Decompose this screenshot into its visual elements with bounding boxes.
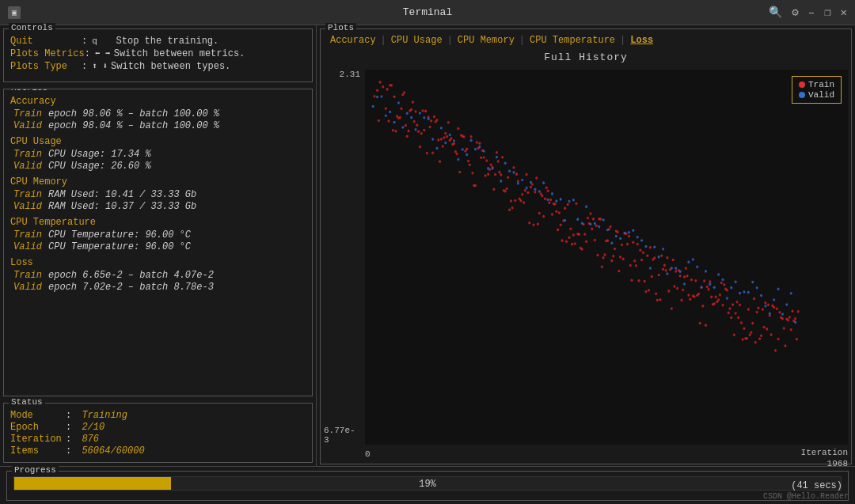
metric-cpu-usage-valid: Valid CPU Usage: 26.60 % [13, 161, 306, 172]
svg-point-376 [709, 282, 711, 286]
svg-point-342 [564, 219, 566, 222]
svg-point-54 [453, 142, 455, 146]
svg-point-97 [514, 199, 516, 203]
metric-label-valid: Valid [13, 120, 48, 131]
tab-cpu-temperature[interactable]: CPU Temperature [526, 34, 618, 47]
minimize-button[interactable]: – [808, 6, 815, 19]
svg-point-314 [444, 142, 446, 145]
svg-point-70 [476, 141, 478, 144]
tab-loss[interactable]: Loss [627, 34, 656, 47]
metric-accuracy-heading: Accuracy [10, 96, 306, 107]
metric-cpu-usage-heading: CPU Usage [10, 136, 306, 147]
svg-point-356 [624, 232, 626, 235]
svg-point-299 [380, 95, 382, 98]
svg-point-34 [424, 110, 427, 113]
svg-point-56 [456, 153, 458, 156]
svg-point-369 [679, 270, 682, 273]
svg-point-253 [735, 301, 738, 304]
svg-point-368 [674, 267, 677, 270]
svg-point-4 [379, 81, 382, 84]
svg-point-75 [483, 156, 485, 159]
metric-cpu-usage: CPU Usage Train CPU Usage: 17.34 % Valid… [10, 136, 306, 172]
progress-label: Progress [12, 465, 59, 475]
search-icon[interactable]: 🔍 [769, 6, 782, 19]
metric-loss-train: Train epoch 6.65e-2 – batch 4.07e-2 [13, 270, 306, 281]
svg-point-312 [435, 147, 438, 150]
svg-point-155 [596, 254, 598, 257]
svg-point-127 [557, 229, 559, 232]
svg-point-45 [440, 138, 443, 141]
gear-icon[interactable]: ⚙ [792, 6, 798, 19]
svg-point-237 [713, 302, 716, 305]
svg-point-199 [659, 298, 661, 301]
svg-point-178 [629, 264, 632, 267]
svg-point-8 [387, 119, 390, 123]
metric-cpu-memory-valid: Valid RAM Used: 10.37 / 33.33 Gb [13, 201, 306, 212]
svg-point-44 [439, 160, 441, 163]
svg-point-315 [449, 134, 451, 137]
svg-point-308 [419, 112, 421, 115]
svg-point-311 [431, 138, 434, 141]
svg-point-6 [385, 108, 387, 111]
svg-point-153 [594, 239, 596, 242]
svg-point-235 [710, 296, 712, 299]
svg-point-360 [640, 239, 643, 242]
svg-point-12 [393, 96, 396, 99]
status-items-key: Items [10, 445, 66, 457]
svg-point-202 [663, 264, 666, 267]
tab-cpu-usage[interactable]: CPU Usage [388, 34, 446, 47]
svg-point-283 [778, 311, 781, 314]
svg-point-80 [490, 163, 492, 166]
svg-point-213 [679, 275, 682, 278]
svg-point-86 [498, 171, 500, 174]
svg-point-290 [788, 316, 791, 319]
right-panel: Plots Accuracy | CPU Usage | CPU Memory … [317, 25, 855, 466]
svg-point-261 [747, 308, 750, 311]
svg-point-98 [515, 172, 518, 176]
svg-point-136 [569, 227, 572, 230]
svg-point-340 [555, 199, 557, 203]
ctrl-type-key: Plots Type [10, 61, 82, 72]
controls-label: Controls [9, 23, 55, 32]
tab-cpu-memory[interactable]: CPU Memory [454, 34, 518, 47]
svg-point-147 [585, 240, 587, 243]
svg-point-176 [626, 243, 629, 246]
svg-point-321 [474, 148, 477, 151]
svg-point-132 [564, 207, 566, 210]
restore-button[interactable]: ❐ [824, 6, 830, 19]
svg-point-305 [406, 112, 408, 115]
svg-point-165 [610, 260, 613, 263]
svg-point-76 [484, 174, 487, 177]
svg-point-142 [578, 233, 580, 236]
svg-point-63 [466, 148, 468, 151]
svg-point-262 [749, 334, 751, 337]
svg-point-352 [606, 229, 609, 232]
svg-point-251 [733, 333, 735, 336]
svg-point-180 [632, 241, 634, 244]
svg-point-64 [467, 160, 469, 163]
metric-cpu-usage-valid-value: CPU Usage: 26.60 % [48, 161, 151, 172]
svg-point-113 [537, 222, 539, 225]
svg-point-294 [794, 317, 796, 320]
metric-cpu-temp-heading: CPU Temperature [10, 217, 306, 228]
svg-point-190 [646, 255, 648, 258]
window-controls[interactable]: 🔍 ⚙ – ❐ ✕ [769, 6, 847, 19]
svg-point-309 [423, 116, 425, 119]
svg-point-381 [730, 286, 732, 290]
svg-point-379 [721, 279, 724, 282]
svg-point-393 [781, 313, 784, 316]
svg-point-247 [728, 312, 730, 315]
svg-point-77 [485, 159, 488, 162]
svg-point-123 [551, 213, 553, 216]
chart-container: Train Valid 2.31 6.77e-3 [324, 70, 848, 460]
metric-cpu-memory-heading: CPU Memory [10, 176, 306, 188]
title-bar: ▣ Terminal 🔍 ⚙ – ❐ ✕ [0, 0, 855, 25]
svg-point-242 [720, 282, 723, 285]
svg-point-233 [707, 288, 709, 291]
svg-point-137 [571, 243, 573, 246]
tab-accuracy[interactable]: Accuracy [327, 34, 379, 47]
svg-point-146 [583, 233, 586, 236]
svg-point-296 [797, 310, 800, 313]
close-button[interactable]: ✕ [841, 6, 847, 19]
metric-cpu-usage-train-value: CPU Usage: 17.34 % [48, 149, 151, 160]
